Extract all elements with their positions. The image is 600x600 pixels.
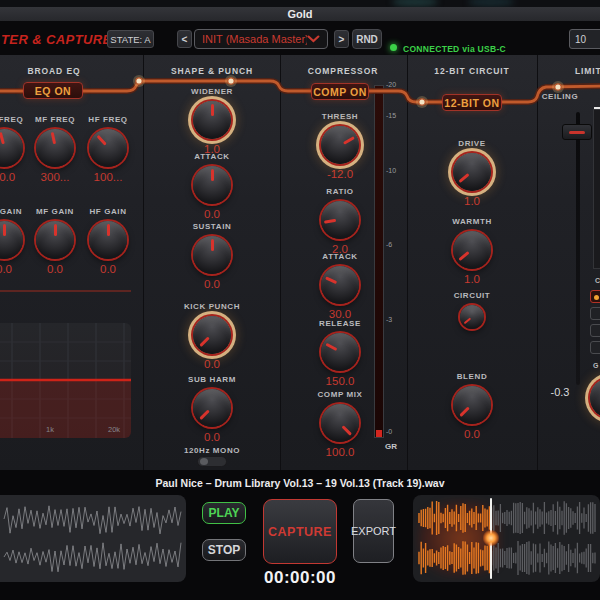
eq-axis-label-20k: 20k bbox=[108, 425, 120, 434]
clip-mode-button-1[interactable] bbox=[590, 290, 600, 303]
knob-hf-freq[interactable] bbox=[89, 129, 127, 167]
gr-tick: -0 bbox=[386, 428, 392, 435]
mono-120hz-label: 120Hz MONO bbox=[167, 446, 257, 455]
knob-attack-value: 0.0 bbox=[204, 208, 220, 220]
knob-release-value: 150.0 bbox=[326, 375, 355, 387]
comp-on-toggle[interactable]: COMP ON bbox=[311, 83, 369, 100]
preset-next-button[interactable]: > bbox=[334, 30, 349, 48]
window-titlebar: Gold bbox=[0, 7, 600, 22]
knob-mf-gain-value: 0.0 bbox=[47, 263, 63, 275]
knob-sustain-value: 0.0 bbox=[204, 278, 220, 290]
connection-status-text: CONNECTED via USB-C bbox=[403, 44, 506, 54]
knob-sub-harm[interactable] bbox=[193, 389, 231, 427]
clip-mode-button-2[interactable] bbox=[590, 307, 600, 320]
knob-sustain[interactable] bbox=[193, 236, 231, 274]
preset-dropdown[interactable]: INIT (Masada Master) bbox=[194, 29, 328, 49]
knob-hf-gain-label: HF GAIN bbox=[89, 207, 126, 217]
chevron-down-icon bbox=[307, 35, 320, 43]
gain-label: G bbox=[593, 362, 598, 369]
section-title-broad-eq: BROAD EQ bbox=[20, 66, 88, 76]
knob-widener-label: WIDENER bbox=[191, 87, 233, 97]
knob-comp-attack-label: ATTACK bbox=[322, 252, 357, 262]
ui-scale-box[interactable]: 10 bbox=[569, 29, 600, 49]
source-waveform bbox=[0, 495, 186, 582]
12bit-on-toggle[interactable]: 12-BIT ON bbox=[442, 94, 502, 111]
knob-comp-attack[interactable] bbox=[321, 266, 359, 304]
clip-mode-label: C bbox=[595, 277, 600, 284]
gr-meter-label: GR bbox=[385, 442, 397, 451]
knob-thresh-label: THRESH bbox=[322, 112, 359, 122]
play-button[interactable]: PLAY bbox=[202, 502, 246, 524]
eq-panel-edge bbox=[0, 290, 131, 292]
mono-120hz-toggle[interactable] bbox=[197, 456, 227, 467]
knob-widener[interactable] bbox=[193, 101, 231, 139]
knob-hf-gain[interactable] bbox=[89, 221, 127, 259]
capture-timer: 00:00:00 bbox=[250, 568, 350, 588]
background-window-artifact bbox=[392, 0, 438, 7]
knob-kick-punch[interactable] bbox=[193, 316, 231, 354]
knob-blend[interactable] bbox=[453, 386, 491, 424]
eq-on-toggle[interactable]: EQ ON bbox=[23, 82, 83, 99]
loaded-file-name: Paul Nice – Drum Library Vol.13 – 19 Vol… bbox=[0, 477, 600, 489]
capture-button[interactable]: CAPTURE bbox=[263, 499, 337, 564]
main-panel: BROAD EQ SHAPE & PUNCH COMPRESSOR 12-BIT… bbox=[0, 55, 600, 470]
transport-bar: Paul Nice – Drum Library Vol.13 – 19 Vol… bbox=[0, 470, 600, 600]
knob-warmth[interactable] bbox=[453, 231, 491, 269]
ceiling-fader-track[interactable] bbox=[576, 112, 580, 385]
ceiling-fader-handle[interactable] bbox=[562, 124, 592, 140]
output-meter bbox=[593, 109, 600, 269]
preset-name: INIT (Masada Master) bbox=[202, 33, 307, 45]
knob-ratio[interactable] bbox=[321, 201, 359, 239]
gr-tick: -15 bbox=[386, 112, 396, 119]
preset-prev-button[interactable]: < bbox=[177, 30, 192, 48]
knob-circuit[interactable] bbox=[460, 305, 484, 329]
knob-attack[interactable] bbox=[193, 166, 231, 204]
capture-waveform bbox=[413, 495, 600, 582]
selected-dot bbox=[594, 295, 599, 300]
fader-grip-line bbox=[569, 131, 585, 134]
export-button[interactable]: EXPORT bbox=[353, 499, 394, 563]
ceiling-value: -0.3 bbox=[543, 386, 577, 398]
section-title-12bit: 12-BIT CIRCUIT bbox=[427, 66, 517, 76]
knob-thresh[interactable] bbox=[321, 126, 359, 164]
gr-tick: -6 bbox=[386, 241, 392, 248]
gr-tick: -20 bbox=[386, 81, 396, 88]
knob-ratio-label: RATIO bbox=[326, 187, 353, 197]
playhead-glow-dot bbox=[483, 530, 499, 546]
clip-mode-button-4[interactable] bbox=[590, 341, 600, 354]
knob-release-label: RELEASE bbox=[319, 319, 361, 329]
knob-attack-label: ATTACK bbox=[194, 152, 229, 162]
state-a-button[interactable]: STATE: A bbox=[107, 30, 154, 48]
clip-mode-button-3[interactable] bbox=[590, 324, 600, 337]
randomize-button[interactable]: RND bbox=[352, 29, 382, 49]
knob-comp-mix[interactable] bbox=[321, 404, 359, 442]
knob-sustain-label: SUSTAIN bbox=[193, 222, 232, 232]
knob-drive[interactable] bbox=[453, 153, 491, 191]
knob-release[interactable] bbox=[321, 333, 359, 371]
section-title-limiter: LIMITER bbox=[575, 66, 600, 76]
ceiling-label: CEILING bbox=[532, 92, 588, 101]
section-title-shape-punch: SHAPE & PUNCH bbox=[167, 66, 257, 76]
capture-waveform-display[interactable] bbox=[413, 495, 600, 582]
connection-status-dot bbox=[390, 44, 397, 51]
window-title: Gold bbox=[287, 8, 312, 20]
gr-tick: -3 bbox=[386, 316, 392, 323]
eq-axis-label-1k: 1k bbox=[46, 425, 54, 434]
stop-button[interactable]: STOP bbox=[202, 539, 246, 561]
knob-hf-gain-value: 0.0 bbox=[100, 263, 116, 275]
desktop-edge bbox=[0, 0, 600, 7]
source-waveform-display bbox=[0, 495, 186, 582]
toggle-thumb bbox=[200, 458, 208, 465]
eq-curve-svg bbox=[0, 323, 131, 438]
gr-tick: -10 bbox=[386, 167, 396, 174]
section-title-compressor: COMPRESSOR bbox=[298, 66, 388, 76]
knob-gain[interactable] bbox=[590, 378, 600, 418]
knob-thresh-value: -12.0 bbox=[327, 168, 353, 180]
plugin-header: TER & CAPTURE STATE: A < INIT (Masada Ma… bbox=[0, 21, 600, 55]
plugin-window: Gold TER & CAPTURE STATE: A < INIT (Masa… bbox=[0, 0, 600, 600]
brand-logo-text: TER & CAPTURE bbox=[1, 32, 112, 47]
eq-curve-display: 1k 20k bbox=[0, 323, 131, 438]
background-window-artifact bbox=[468, 0, 514, 7]
